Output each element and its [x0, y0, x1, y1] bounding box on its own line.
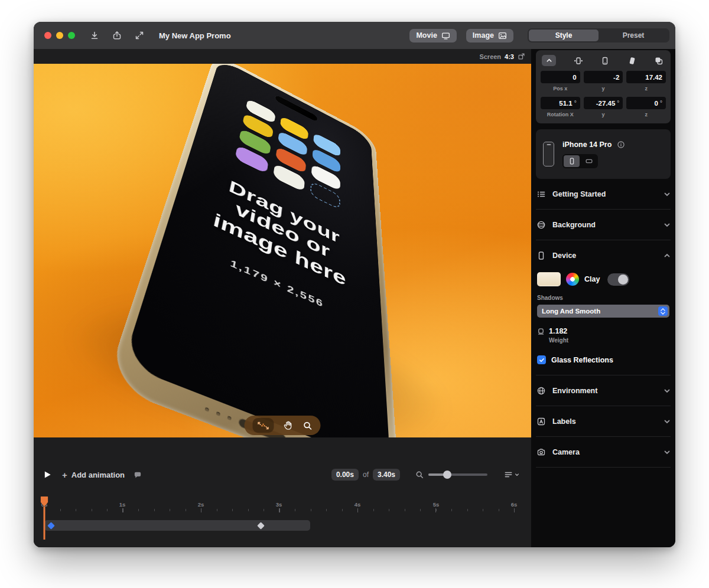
- aspect-rotate-icon[interactable]: [518, 53, 525, 60]
- degree-symbol: °: [574, 100, 577, 106]
- drop-zone-text[interactable]: Drag your video or image here: [211, 174, 346, 290]
- resize-icon[interactable]: [133, 29, 146, 42]
- device-card[interactable]: iPhone 14 Pro: [536, 129, 671, 179]
- info-icon[interactable]: [617, 141, 625, 149]
- chevron-up-icon: [664, 252, 671, 259]
- pos-x-label: Pos x: [541, 86, 580, 92]
- device-tilt-tab-icon[interactable]: [627, 56, 637, 66]
- zoom-button[interactable]: [68, 32, 75, 39]
- device-name: iPhone 14 Pro: [562, 141, 612, 149]
- ruler-label: 1s: [119, 501, 126, 508]
- device-mockup[interactable]: Drag your video or image here 1,179 × 2,…: [105, 64, 400, 437]
- chevron-down-icon: [664, 387, 671, 394]
- image-button[interactable]: Image: [466, 29, 513, 43]
- section-label: Background: [552, 221, 658, 229]
- shadow-style-dropdown[interactable]: Long And Smooth: [537, 305, 669, 318]
- weight-value[interactable]: 1.182: [549, 327, 567, 335]
- chevron-down-icon: [664, 221, 671, 228]
- rot-x-label: Rotation X: [541, 112, 580, 117]
- device-front-tab-icon[interactable]: [600, 56, 610, 66]
- preview-canvas[interactable]: Drag your video or image here 1,179 × 2,…: [34, 64, 531, 437]
- playhead[interactable]: [41, 496, 48, 540]
- move-tool-button[interactable]: [253, 418, 274, 433]
- tab-preset[interactable]: Preset: [599, 30, 668, 41]
- device-screen[interactable]: Drag your video or image here 1,179 × 2,…: [123, 64, 391, 437]
- tab-style[interactable]: Style: [529, 30, 599, 41]
- download-icon[interactable]: [88, 29, 101, 42]
- rot-y-value: -27.45: [596, 100, 616, 107]
- rot-z-input[interactable]: 0°: [626, 97, 666, 109]
- degree-symbol: °: [660, 100, 662, 106]
- add-animation-button[interactable]: + Add animation: [62, 470, 125, 480]
- chevron-down-icon: [664, 191, 671, 198]
- logo-pill-dashed: [310, 181, 340, 210]
- close-button[interactable]: [44, 32, 51, 39]
- pos-y-input[interactable]: -2: [584, 71, 623, 83]
- image-icon: [498, 31, 507, 40]
- axis-tab-icon[interactable]: [574, 56, 583, 66]
- total-time[interactable]: 3.40s: [373, 469, 400, 481]
- glass-reflections-label: Glass Reflections: [551, 356, 613, 364]
- current-time[interactable]: 0.00s: [331, 469, 359, 481]
- image-button-label: Image: [473, 31, 494, 40]
- section-label: Labels: [552, 417, 658, 426]
- device-color-swatch[interactable]: [537, 272, 561, 286]
- pos-x-input[interactable]: 0: [541, 71, 580, 83]
- position-row: 0 Pos x -2 y 17.42 z: [541, 71, 666, 92]
- app-window: My New App Promo Movie Image Style Prese…: [34, 22, 675, 547]
- color-wheel-icon[interactable]: [566, 273, 579, 286]
- glass-reflections-checkbox[interactable]: [537, 355, 546, 364]
- logo-pill: [278, 130, 307, 157]
- inspector-panel: 0 Pos x -2 y 17.42 z: [531, 49, 675, 547]
- section-labels[interactable]: Labels: [536, 406, 671, 437]
- section-getting-started[interactable]: Getting Started: [536, 179, 671, 210]
- logo-pill: [280, 116, 309, 141]
- shadows-label: Shadows: [537, 295, 669, 301]
- aspect-ratio-value[interactable]: 4:3: [505, 53, 514, 60]
- style-preset-segmented: Style Preset: [528, 28, 669, 43]
- rot-y-input[interactable]: -27.45°: [584, 97, 623, 109]
- shadow-weight-icon: [537, 328, 545, 335]
- traffic-lights: [44, 32, 75, 39]
- chevron-down-icon: [664, 449, 671, 456]
- zoom-slider[interactable]: [428, 473, 487, 476]
- shadow-tab-icon[interactable]: [654, 56, 664, 66]
- collapse-panel-button[interactable]: [542, 55, 556, 66]
- logo-pill: [311, 164, 340, 191]
- clay-toggle[interactable]: [607, 273, 629, 286]
- section-label: Environment: [552, 387, 658, 395]
- section-camera[interactable]: Camera: [536, 437, 671, 468]
- pan-hand-button[interactable]: [284, 420, 294, 430]
- app-logo-grid: [235, 99, 340, 210]
- zoom-tool-button[interactable]: [303, 421, 313, 430]
- timeline-options-button[interactable]: [504, 471, 519, 479]
- minimize-button[interactable]: [56, 32, 63, 39]
- comment-icon[interactable]: [133, 471, 142, 479]
- movie-button-label: Movie: [416, 31, 437, 40]
- section-device[interactable]: Device: [536, 240, 671, 271]
- screen-resolution: 1,179 × 2,556: [229, 257, 324, 310]
- orientation-landscape-button[interactable]: [581, 155, 597, 167]
- zoom-slider-thumb[interactable]: [443, 471, 451, 479]
- section-environment[interactable]: Environment: [536, 375, 671, 406]
- drop-zone-line3: image here: [211, 210, 346, 291]
- pos-z-input[interactable]: 17.42: [626, 71, 666, 83]
- logo-pill: [246, 99, 276, 125]
- keyframe-start[interactable]: [47, 522, 55, 530]
- rot-x-input[interactable]: 51.1°: [541, 97, 580, 109]
- device-thumbnail: [543, 142, 554, 166]
- section-background[interactable]: Background: [536, 210, 671, 240]
- timeline-ruler[interactable]: 0s 1s 2s 3s 4s 5s 6s: [34, 501, 531, 513]
- movie-icon: [441, 31, 450, 40]
- share-icon[interactable]: [110, 29, 123, 42]
- play-button[interactable]: [43, 470, 54, 479]
- add-animation-label: Add animation: [71, 471, 125, 479]
- orientation-portrait-button[interactable]: [564, 155, 580, 167]
- playhead-head[interactable]: [41, 496, 48, 507]
- dropdown-stepper-icon: [658, 306, 668, 316]
- animation-track[interactable]: [44, 520, 310, 531]
- movie-button[interactable]: Movie: [409, 29, 456, 43]
- pos-z-value: 17.42: [645, 74, 662, 81]
- of-label: of: [363, 471, 369, 479]
- keyframe-end[interactable]: [257, 522, 265, 530]
